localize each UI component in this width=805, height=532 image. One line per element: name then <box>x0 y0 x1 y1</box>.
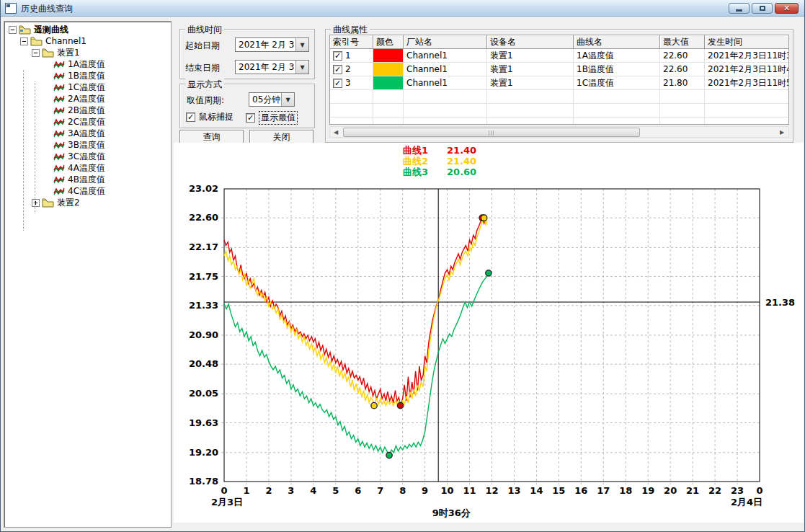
chevron-down-icon[interactable]: ▼ <box>295 61 308 74</box>
maximize-button[interactable] <box>752 3 773 14</box>
x-tick-label: 12 <box>485 485 498 496</box>
row-checkbox-checked-icon[interactable]: ✓ <box>333 51 342 61</box>
chart-panel[interactable]: 曲线1 21.40 曲线2 21.40 曲线3 20.60 23.0222.60… <box>174 143 804 523</box>
tree-item-2A温度值[interactable]: 2A温度值 <box>43 93 105 105</box>
tree-item-装置2[interactable]: 装置2 <box>32 197 80 208</box>
expand-plus-icon[interactable] <box>32 199 40 207</box>
collapse-minus-icon[interactable] <box>9 26 17 34</box>
index-cell[interactable]: ✓2 <box>330 63 373 76</box>
row-index: 3 <box>345 78 351 88</box>
table-header-row: 索引号颜色厂站名设备名曲线名最大值发生时间 <box>330 35 788 49</box>
tree-item-label: 2A温度值 <box>68 93 105 105</box>
曲线3-min-marker <box>386 452 392 458</box>
tree-item-4A温度值[interactable]: 4A温度值 <box>43 162 105 174</box>
x-tick-label: 15 <box>552 485 565 496</box>
window-title: 历史曲线查询 <box>21 3 73 15</box>
mouse-capture-checkbox[interactable]: ✓ 鼠标捕捉 <box>186 111 234 123</box>
row-index: 2 <box>345 64 351 74</box>
曲线3-max-marker <box>486 270 492 276</box>
empty-table-row <box>330 118 788 125</box>
column-header-5[interactable]: 最大值 <box>660 35 705 49</box>
table-row[interactable]: ✓1 Channel1 装置1 1A温度值 22.60 2021年2月3日11时… <box>330 49 788 63</box>
curve-time-group-title: 曲线时间 <box>185 24 224 36</box>
crosshair-x-label: 9时36分 <box>432 507 471 518</box>
app-window: 历史曲线查询 ✕ 遥测曲线 Channel1 装置1 1A温度值 1B温度值 1… <box>0 0 805 532</box>
x-tick-label: 10 <box>441 485 454 496</box>
tree-item-3A温度值[interactable]: 3A温度值 <box>43 128 105 139</box>
index-cell[interactable]: ✓3 <box>330 76 373 90</box>
station-cell: Channel1 <box>404 49 487 63</box>
color-cell <box>373 49 404 63</box>
start-date-select[interactable]: 2021年 2月 3 ▼ <box>235 37 309 52</box>
tree-item-Channel1[interactable]: Channel1 <box>20 35 86 47</box>
x-tick-label: 20 <box>664 485 677 496</box>
tree-item-4B温度值[interactable]: 4B温度值 <box>43 174 105 185</box>
empty-table-row <box>330 104 788 118</box>
row-checkbox-checked-icon[interactable]: ✓ <box>333 65 342 74</box>
start-date-label: 起始日期 <box>185 40 220 52</box>
index-cell[interactable]: ✓1 <box>330 49 373 63</box>
checkbox-checked-icon[interactable]: ✓ <box>246 113 255 123</box>
folder-icon <box>30 37 43 46</box>
crosshair-y-label: 21.38 <box>765 297 795 308</box>
chevron-down-icon[interactable]: ▼ <box>295 38 308 51</box>
checkbox-checked-icon[interactable]: ✓ <box>186 112 195 122</box>
period-value: 05分钟 <box>249 94 281 106</box>
history-curve-chart[interactable]: 23.0222.6022.1721.7521.3320.9020.4820.05… <box>174 143 804 523</box>
tree-item-1B温度值[interactable]: 1B温度值 <box>43 70 105 81</box>
x-tick-label: 13 <box>507 485 520 496</box>
tree-item-3C温度值[interactable]: 3C温度值 <box>43 151 105 162</box>
period-select[interactable]: 05分钟 ▼ <box>249 92 295 107</box>
x-tick-label: 18 <box>619 485 632 496</box>
table-row[interactable]: ✓3 Channel1 装置1 1C温度值 21.80 2021年2月3日11时… <box>330 76 788 90</box>
curve-icon <box>53 141 65 149</box>
tree-item-2C温度值[interactable]: 2C温度值 <box>43 116 105 128</box>
tree-item-4C温度值[interactable]: 4C温度值 <box>43 185 105 197</box>
tree-item-1C温度值[interactable]: 1C温度值 <box>43 81 105 93</box>
curve-properties-table[interactable]: 索引号颜色厂站名设备名曲线名最大值发生时间 ✓1 Channel1 装置1 1A… <box>329 35 789 125</box>
tree-item-装置1[interactable]: 装置1 <box>32 47 80 58</box>
scrollbar-thumb[interactable] <box>343 128 640 137</box>
tree-item-label: 1B温度值 <box>68 70 105 82</box>
column-header-4[interactable]: 曲线名 <box>574 35 660 49</box>
tree-item-label: 3B温度值 <box>68 139 105 151</box>
tree-item-2B温度值[interactable]: 2B温度值 <box>43 105 105 116</box>
collapse-minus-icon[interactable] <box>20 37 28 45</box>
show-extremes-checkbox[interactable]: ✓ 显示最值 <box>246 111 298 125</box>
tree-item-遥测曲线[interactable]: 遥测曲线 <box>9 24 68 35</box>
x-tick-label: 3 <box>288 485 294 496</box>
time-cell: 2021年2月3日11时40 <box>705 63 789 76</box>
curve-tree[interactable]: 遥测曲线 Channel1 装置1 1A温度值 1B温度值 1C温度值 2A温度… <box>4 21 172 528</box>
time-cell: 2021年2月3日11时55 <box>705 76 789 90</box>
tree-guide-line <box>35 81 35 214</box>
color-cell <box>373 76 404 90</box>
end-date-select[interactable]: 2021年 2月 3 ▼ <box>235 60 309 74</box>
table-horizontal-scrollbar[interactable]: ◀ ▶ <box>329 126 789 138</box>
device-cell: 装置1 <box>487 49 574 63</box>
collapse-minus-icon[interactable] <box>32 49 40 57</box>
show-extremes-label: 显示最值 <box>259 111 298 125</box>
chevron-down-icon[interactable]: ▼ <box>281 93 294 106</box>
x-tick-label: 16 <box>574 485 587 496</box>
y-tick-label: 22.60 <box>189 212 218 223</box>
row-checkbox-checked-icon[interactable]: ✓ <box>333 79 342 88</box>
tree-item-3B温度值[interactable]: 3B温度值 <box>43 139 105 151</box>
max-value-cell: 21.80 <box>660 76 705 90</box>
column-header-2[interactable]: 厂站名 <box>404 35 487 49</box>
close-button[interactable]: ✕ <box>775 3 799 14</box>
x-tick-label: 11 <box>463 485 476 496</box>
empty-table-row <box>330 90 788 104</box>
x-tick-label: 4 <box>310 485 316 496</box>
scroll-left-icon[interactable]: ◀ <box>330 127 342 137</box>
minimize-button[interactable] <box>729 3 750 14</box>
曲线1-min-marker <box>397 402 403 408</box>
column-header-6[interactable]: 发生时间 <box>705 35 789 49</box>
curve-icon <box>53 164 65 172</box>
tree-item-1A温度值[interactable]: 1A温度值 <box>43 58 105 70</box>
title-bar[interactable]: 历史曲线查询 ✕ <box>1 0 804 17</box>
column-header-1[interactable]: 颜色 <box>373 35 404 49</box>
column-header-0[interactable]: 索引号 <box>330 35 373 49</box>
column-header-3[interactable]: 设备名 <box>487 35 574 49</box>
table-row[interactable]: ✓2 Channel1 装置1 1B温度值 22.60 2021年2月3日11时… <box>330 63 788 76</box>
scroll-right-icon[interactable]: ▶ <box>776 127 788 137</box>
